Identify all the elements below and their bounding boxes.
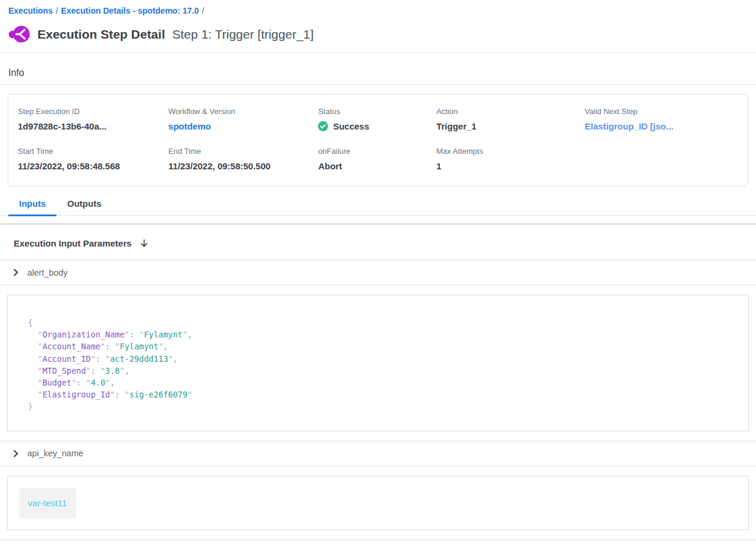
param-row-alert-body[interactable]: alert_body (0, 260, 756, 285)
param-name: api_key_name (27, 449, 83, 458)
field-value: Abort (318, 161, 436, 171)
code-line: "Elastigroup_Id": "sig-e26f6079" (28, 389, 736, 400)
code-block: { "Organization_Name": "Fylamynt", "Acco… (28, 317, 736, 413)
chevron-right-icon[interactable] (12, 450, 20, 457)
info-section-heading: Info (0, 53, 756, 85)
field-label: Valid Next Step (585, 107, 738, 116)
code-line: } (28, 400, 736, 412)
info-card: Step Execution ID 1d97828c-13b6-40a... W… (8, 94, 748, 187)
field-value: 11/23/2022, 09:58:48.568 (18, 161, 168, 171)
field-max-attempts: Max Attempts 1 (436, 147, 585, 171)
code-line: "MTD_Spend": "3.8", (28, 365, 736, 377)
field-label: End Time (168, 147, 318, 156)
field-label: Step Execution ID (18, 107, 168, 116)
breadcrumb-separator: / (201, 6, 204, 15)
field-action: Action Trigger_1 (436, 107, 585, 131)
section-heading-label: Execution Input Parameters (14, 238, 131, 248)
chevron-right-icon[interactable] (12, 269, 20, 276)
field-on-failure: onFailure Abort (318, 147, 436, 171)
workflow-link[interactable]: spotdemo (168, 121, 318, 131)
status-text: Success (333, 121, 369, 131)
breadcrumb-separator: / (56, 6, 58, 15)
breadcrumb: Executions/Execution Details - spotdemo:… (0, 0, 756, 15)
field-value: 1d97828c-13b6-40a... (18, 121, 168, 131)
field-label: Action (436, 107, 585, 116)
tab-outputs[interactable]: Outputs (56, 198, 112, 216)
param-row-api-key-value[interactable]: api_key_value (0, 540, 756, 546)
field-label: Max Attempts (436, 147, 585, 156)
tab-bar: Inputs Outputs (0, 198, 756, 216)
page-header: Execution Step Detail Step 1: Trigger [t… (0, 15, 756, 53)
tab-inputs[interactable]: Inputs (8, 198, 56, 216)
api-key-name-value: var-test11 (19, 488, 76, 518)
field-step-execution-id: Step Execution ID 1d97828c-13b6-40a... (18, 107, 168, 131)
code-line: "Budget": "4.0", (28, 377, 736, 389)
next-step-link[interactable]: Elastigroup_ID [jso... (585, 121, 738, 131)
code-panel: { "Organization_Name": "Fylamynt", "Acco… (7, 295, 749, 431)
field-valid-next-step: Valid Next Step Elastigroup_ID [jso... (585, 107, 738, 131)
field-workflow-version: Workflow & Version spotdemo (168, 107, 318, 131)
page-title: Execution Step Detail (37, 27, 165, 42)
value-panel: var-test11 (7, 476, 749, 530)
param-row-api-key-name[interactable]: api_key_name (0, 441, 756, 466)
field-value: 1 (436, 161, 585, 171)
code-line: { (28, 317, 736, 329)
field-status: Status Success (318, 107, 436, 131)
code-line: "Account_ID": "act-29ddd113", (28, 353, 736, 365)
code-line: "Organization_Name": "Fylamynt", (28, 329, 736, 340)
fylamynt-logo-icon (8, 25, 30, 43)
field-empty (585, 147, 738, 171)
field-label: Start Time (18, 147, 168, 156)
breadcrumb-execution-details[interactable]: Execution Details - spotdemo: 17.0 (61, 6, 199, 15)
field-end-time: End Time 11/23/2022, 09:58:50.500 (168, 147, 318, 171)
success-icon (318, 121, 328, 131)
field-label: Workflow & Version (168, 107, 318, 116)
status-badge: Success (318, 121, 436, 131)
param-name: alert_body (27, 268, 68, 277)
page-subtitle: Step 1: Trigger [trigger_1] (172, 27, 314, 42)
field-start-time: Start Time 11/23/2022, 09:58:48.568 (18, 147, 168, 171)
field-value: 11/23/2022, 09:58:50.500 (168, 161, 318, 171)
code-line: "Account_Name": "Fylamynt", (28, 340, 736, 352)
breadcrumb-executions[interactable]: Executions (8, 6, 53, 15)
arrow-down-icon[interactable] (140, 239, 149, 248)
field-label: Status (318, 107, 436, 116)
execution-input-parameters-heading: Execution Input Parameters (0, 225, 756, 260)
field-value: Trigger_1 (436, 121, 585, 131)
field-label: onFailure (318, 147, 436, 156)
